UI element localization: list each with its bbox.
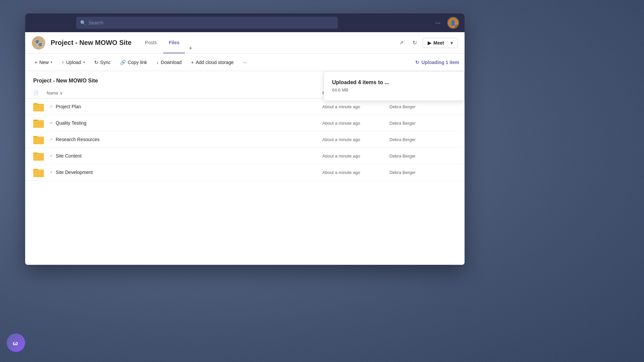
upload-popup: Uploaded 4 items to ... 64.6 MB — [324, 71, 465, 101]
svg-rect-6 — [33, 121, 44, 127]
file-modified: About a minute ago — [322, 170, 389, 175]
uploading-button[interactable]: ↻ Uploading 1 item — [415, 60, 459, 65]
search-icon: 🔍 — [80, 20, 86, 25]
add-cloud-label: Add cloud storage — [196, 60, 234, 65]
more-toolbar-button[interactable]: ··· — [239, 58, 251, 67]
table-row[interactable]: ↗ Quality Testing About a minute ago Deb… — [25, 115, 465, 131]
refresh-icon: ↻ — [413, 40, 417, 46]
expand-icon: ↗ — [49, 170, 52, 175]
new-plus-icon: + — [35, 60, 37, 65]
file-name: ↗ Site Development — [47, 170, 322, 175]
add-cloud-button[interactable]: + Add cloud storage — [187, 58, 238, 67]
channel-icon: 🐾 — [32, 36, 45, 50]
file-modifiedby: Debra Berger — [389, 154, 457, 159]
expand-icon: ↗ — [49, 121, 52, 125]
top-bar-right: ··· 👤 — [433, 17, 459, 29]
channel-header-right: ↗ ↻ ▶ Meet ▾ — [396, 38, 458, 48]
file-modified: About a minute ago — [322, 104, 389, 109]
toolbar: + New ▾ ↑ Upload ▾ ↻ Sync 🔗 Copy link ↓ … — [25, 54, 465, 71]
name-sort-icon: ∨ — [60, 90, 63, 96]
file-modifiedby: Debra Berger — [389, 137, 457, 142]
tab-posts[interactable]: Posts — [140, 32, 162, 53]
copy-link-button[interactable]: 🔗 Copy link — [116, 58, 151, 67]
table-row[interactable]: ↗ Site Content About a minute ago Debra … — [25, 148, 465, 164]
expand-external-icon: ↗ — [399, 40, 404, 46]
refresh-button[interactable]: ↻ — [409, 38, 420, 48]
folder-icon — [33, 102, 44, 111]
uploading-icon: ↻ — [415, 60, 419, 65]
new-chevron-icon: ▾ — [51, 60, 52, 64]
search-box[interactable]: 🔍 — [76, 17, 338, 29]
upload-button[interactable]: ↑ Upload ▾ — [58, 58, 89, 67]
folder-icon — [33, 118, 44, 128]
video-icon: ▶ — [428, 40, 431, 46]
name-column-label: Name — [47, 90, 58, 96]
file-modified: About a minute ago — [322, 154, 389, 159]
file-area: Project - New MOWO Site 📄 Name ∨ Modifie… — [25, 71, 465, 265]
meet-button[interactable]: ▶ Meet ▾ — [423, 38, 458, 48]
file-modified: About a minute ago — [322, 121, 389, 126]
svg-rect-9 — [33, 137, 44, 144]
search-input[interactable] — [89, 20, 334, 25]
more-toolbar-icon: ··· — [243, 60, 247, 65]
file-name-text: Quality Testing — [56, 120, 87, 126]
file-table: ↗ Project Plan About a minute ago Debra … — [25, 99, 465, 181]
file-name: ↗ Project Plan — [47, 104, 322, 109]
meet-label: Meet — [433, 40, 444, 46]
sync-icon: ↻ — [94, 60, 98, 65]
more-options-button[interactable]: ··· — [433, 18, 443, 28]
uploading-label: Uploading 1 item — [421, 60, 459, 65]
expand-icon: ↗ — [49, 105, 52, 109]
file-modifiedby: Debra Berger — [389, 121, 457, 126]
file-name-text: Project Plan — [56, 104, 81, 109]
file-modifiedby: Debra Berger — [389, 170, 457, 175]
top-bar: 🔍 ··· 👤 — [25, 13, 465, 32]
download-label: Download — [161, 60, 181, 65]
expand-icon: ↗ — [49, 154, 52, 158]
expand-external-button[interactable]: ↗ — [396, 38, 407, 48]
file-name: ↗ Site Content — [47, 153, 322, 159]
col-name-header[interactable]: Name ∨ — [47, 90, 322, 96]
upload-chevron-icon: ▾ — [83, 60, 85, 64]
avatar-notification-badge — [455, 25, 459, 29]
folder-icon — [33, 168, 44, 177]
sync-button[interactable]: ↻ Sync — [90, 58, 115, 67]
tab-files[interactable]: Files — [163, 32, 185, 53]
svg-rect-15 — [33, 170, 44, 177]
row-icon — [33, 151, 47, 161]
table-row[interactable]: ↗ Research Resources About a minute ago … — [25, 131, 465, 148]
table-row[interactable]: ↗ Project Plan About a minute ago Debra … — [25, 99, 465, 115]
meet-chevron-icon[interactable]: ▾ — [447, 40, 453, 46]
copy-link-label: Copy link — [128, 60, 147, 65]
upload-label: Upload — [66, 60, 81, 65]
download-button[interactable]: ↓ Download — [152, 58, 185, 67]
upload-popup-title: Uploaded 4 items to ... — [332, 79, 456, 85]
upload-popup-size: 64.6 MB — [332, 87, 456, 93]
add-cloud-icon: + — [191, 60, 194, 65]
folder-icon — [33, 151, 44, 161]
row-icon — [33, 118, 47, 128]
app-window: 🔍 ··· 👤 🐾 Project - New MOWO Site Posts … — [25, 13, 465, 265]
download-icon: ↓ — [156, 60, 159, 65]
expand-icon: ↗ — [49, 137, 52, 142]
file-name-text: Site Content — [56, 153, 82, 159]
file-name: ↗ Quality Testing — [47, 120, 322, 126]
add-tab-button[interactable]: + — [186, 44, 195, 53]
file-modifiedby: Debra Berger — [389, 104, 457, 109]
col-icon-header: 📄 — [33, 90, 47, 96]
table-row[interactable]: ↗ Site Development About a minute ago De… — [25, 164, 465, 181]
copy-link-icon: 🔗 — [120, 60, 126, 65]
teams-logo: ω — [7, 334, 25, 352]
row-icon — [33, 168, 47, 177]
svg-rect-3 — [33, 104, 44, 111]
row-icon — [33, 102, 47, 111]
channel-tabs: Posts Files + — [140, 32, 195, 53]
avatar[interactable]: 👤 — [447, 17, 459, 29]
file-modified: About a minute ago — [322, 137, 389, 142]
file-name-text: Research Resources — [56, 137, 100, 142]
new-button[interactable]: + New ▾ — [31, 58, 56, 67]
channel-title: Project - New MOWO Site — [51, 39, 131, 47]
file-name: ↗ Research Resources — [47, 137, 322, 142]
file-name-text: Site Development — [56, 170, 93, 175]
svg-rect-12 — [33, 154, 44, 160]
